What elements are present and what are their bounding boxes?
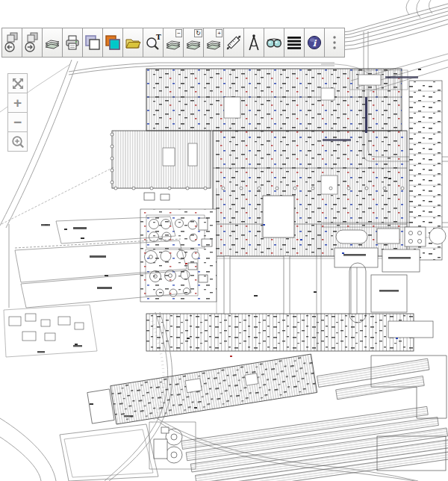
open-folder-icon (124, 34, 142, 52)
map-canvas[interactable] (0, 0, 448, 481)
full-extent-icon (11, 77, 25, 90)
fit-window-button[interactable] (82, 28, 103, 58)
layers-button[interactable] (42, 28, 63, 58)
plus-badge: + (216, 29, 223, 37)
zoom-window-button[interactable] (7, 131, 28, 152)
zoom-out-label: − (13, 115, 22, 129)
more-options-button[interactable] (324, 28, 345, 58)
zoom-in-button[interactable]: + (7, 93, 28, 113)
printer-icon (63, 34, 81, 52)
vertical-dots-icon (326, 34, 343, 52)
layer-add-button[interactable]: + (203, 28, 224, 58)
minus-badge: − (175, 29, 182, 37)
zoom-window-icon (10, 134, 25, 149)
zoom-in-label: + (13, 96, 22, 110)
next-view-icon (23, 31, 41, 54)
layers-stack-icon (43, 34, 61, 52)
fit-selection-icon (104, 34, 122, 52)
svg-text:T: T (156, 34, 161, 41)
fit-window-icon (84, 34, 102, 52)
fit-selection-button[interactable] (102, 28, 123, 58)
zoom-control: + − (7, 73, 28, 152)
tank-farm (140, 188, 217, 314)
zoom-text-button[interactable]: T (143, 28, 164, 58)
small-buildings-southwest (4, 305, 97, 357)
measure-ruler-icon (225, 34, 243, 52)
layer-remove-button[interactable]: − (163, 28, 184, 58)
zoom-full-extent-button[interactable] (7, 73, 28, 93)
info-icon: i (305, 34, 323, 52)
dimension-button[interactable] (243, 28, 264, 58)
previous-view-button[interactable] (1, 28, 22, 58)
print-button[interactable] (62, 28, 83, 58)
drafting-compass-icon (245, 33, 263, 52)
info-button[interactable]: i (304, 28, 325, 58)
refresh-badge: ↻ (194, 29, 202, 37)
find-button[interactable] (264, 28, 284, 58)
zoom-out-button[interactable]: − (7, 112, 28, 132)
binoculars-icon (264, 34, 284, 52)
south-big-shed (87, 354, 317, 428)
measure-button[interactable] (223, 28, 244, 58)
open-button[interactable] (122, 28, 143, 58)
previous-view-icon (3, 31, 21, 54)
next-view-button[interactable] (22, 28, 43, 58)
site-plan-drawing (0, 0, 448, 481)
legend-button[interactable] (284, 28, 305, 58)
layer-refresh-button[interactable]: ↻ (183, 28, 204, 58)
main-toolbar: T − ↻ + (1, 28, 345, 58)
list-icon (285, 34, 303, 52)
magnifier-text-icon: T (144, 34, 162, 52)
